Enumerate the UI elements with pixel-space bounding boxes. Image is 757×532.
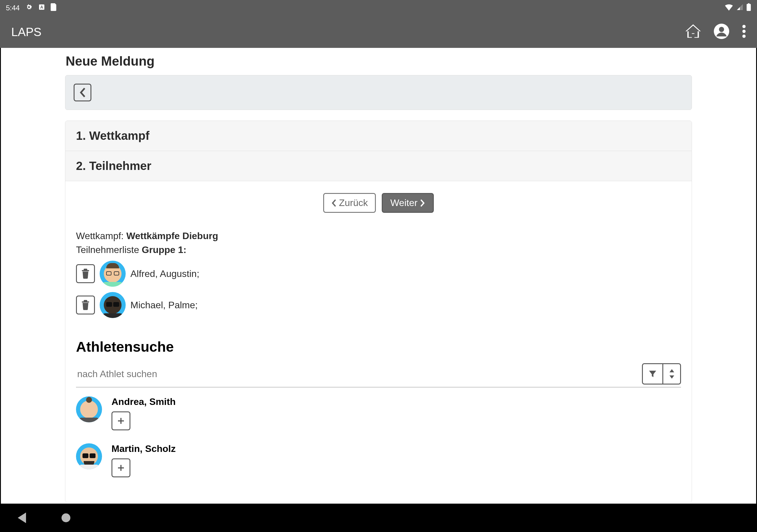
steps-accordion: 1. Wettkampf 2. Teilnehmer Zurück Weiter… xyxy=(65,121,692,502)
delete-participant-button[interactable] xyxy=(76,264,95,283)
settings-icon xyxy=(25,3,33,13)
sd-card-icon xyxy=(50,3,57,13)
signal-icon xyxy=(736,4,743,13)
app-title: LAPS xyxy=(11,25,42,39)
svg-rect-2 xyxy=(747,4,751,11)
sort-button[interactable] xyxy=(663,363,681,385)
step-1-header[interactable]: 1. Wettkampf xyxy=(65,121,692,151)
delete-participant-button[interactable] xyxy=(76,296,95,314)
svg-text:A: A xyxy=(40,5,43,10)
back-button-label: Zurück xyxy=(339,197,368,208)
step-2-header[interactable]: 2. Teilnehmer xyxy=(65,151,692,181)
more-icon[interactable] xyxy=(742,25,746,39)
nav-home-icon[interactable] xyxy=(62,514,70,522)
status-time: 5:44 xyxy=(6,4,20,12)
battery-icon xyxy=(746,3,751,13)
participant-name: Alfred, Augustin; xyxy=(131,268,199,279)
app-bar: LAPS xyxy=(0,16,757,48)
next-button-label: Weiter xyxy=(390,197,417,208)
search-result-row: Andrea, Smith xyxy=(76,396,681,430)
add-athlete-button[interactable] xyxy=(111,411,131,430)
page-back-button[interactable] xyxy=(74,84,91,102)
participant-row: Michael, Palme; xyxy=(76,292,681,318)
android-status-bar: 5:44 A xyxy=(0,0,757,16)
account-icon[interactable] xyxy=(714,24,729,40)
competition-line: Wettkampf: Wettkämpfe Dieburg xyxy=(76,230,681,242)
avatar xyxy=(76,396,102,422)
participant-row: Alfred, Augustin; xyxy=(76,261,681,287)
add-athlete-button[interactable] xyxy=(111,458,131,477)
back-card xyxy=(65,75,692,110)
search-result-row: Martin, Scholz xyxy=(76,443,681,477)
nav-back-icon[interactable] xyxy=(18,513,26,523)
filter-button[interactable] xyxy=(642,363,663,385)
font-icon: A xyxy=(38,4,45,13)
avatar xyxy=(100,292,126,318)
back-button[interactable]: Zurück xyxy=(323,193,376,213)
svg-point-7 xyxy=(742,30,746,33)
avatar xyxy=(100,261,126,287)
svg-point-5 xyxy=(719,27,724,32)
participant-name: Michael, Palme; xyxy=(131,300,198,310)
result-name: Martin, Scholz xyxy=(111,443,176,454)
svg-rect-3 xyxy=(748,3,750,4)
svg-point-6 xyxy=(742,25,746,28)
next-button[interactable]: Weiter xyxy=(382,193,434,213)
wifi-icon xyxy=(724,4,733,13)
step-2-body: Zurück Weiter Wettkampf: Wettkämpfe Dieb… xyxy=(65,181,692,502)
avatar xyxy=(76,443,102,469)
search-title: Athletensuche xyxy=(76,339,681,355)
page-title: Neue Meldung xyxy=(65,48,692,75)
android-nav-bar xyxy=(0,504,757,532)
list-line: Teilnehmerliste Gruppe 1: xyxy=(76,245,681,255)
search-input[interactable] xyxy=(76,366,639,382)
home-icon[interactable] xyxy=(685,24,701,40)
result-name: Andrea, Smith xyxy=(111,396,176,407)
search-row xyxy=(76,363,681,388)
svg-point-8 xyxy=(742,35,746,38)
